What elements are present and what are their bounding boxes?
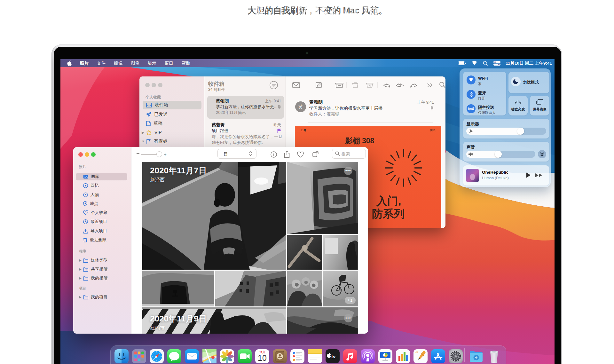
svg-text:10: 10 (258, 353, 267, 362)
svg-text:tv: tv (331, 354, 336, 359)
svg-text:“: “ (415, 351, 418, 356)
